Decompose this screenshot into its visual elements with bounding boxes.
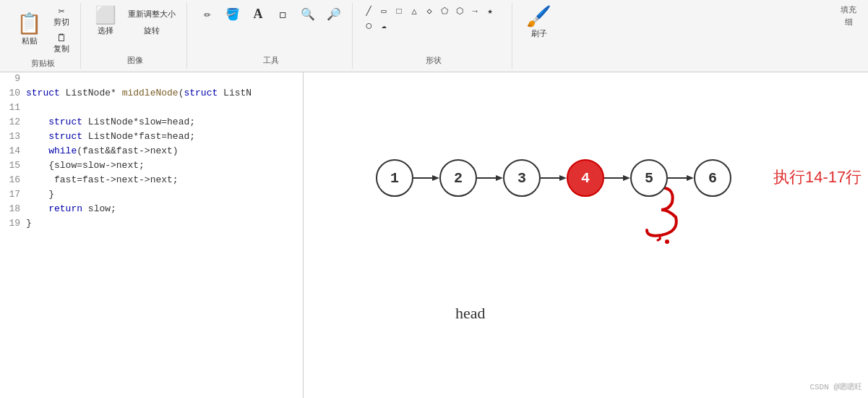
cut-button[interactable]: ✂ 剪切	[48, 4, 74, 30]
node-3: 3	[503, 159, 541, 197]
shape-tri[interactable]: △	[407, 4, 421, 18]
node-4: 4	[567, 159, 604, 197]
node-6: 6	[694, 159, 731, 197]
code-line-15: 15 {slow=slow->next;	[0, 159, 303, 174]
magnify-button[interactable]: 🔎	[322, 5, 346, 24]
shapes-label: 形状	[426, 55, 442, 67]
tools-label: 工具	[263, 55, 279, 67]
svg-point-0	[665, 240, 669, 244]
node-2: 2	[439, 159, 477, 197]
paste-button[interactable]: 📋 粘贴	[12, 12, 47, 50]
brush-group: 🖌️ 刷子	[515, 3, 562, 69]
watermark: CSDN @嗯嗯旺	[809, 381, 862, 392]
tools-group: ✏️ 🪣 A ◻ 🔍 🔎 工具	[190, 3, 353, 69]
shape-more[interactable]: ☁	[377, 19, 391, 33]
fill-button[interactable]: 🪣	[220, 5, 245, 24]
fill-label: 填充	[841, 4, 856, 15]
svg-marker-6	[496, 175, 503, 181]
arrow-3-4	[541, 173, 567, 183]
shape-rect[interactable]: ▭	[377, 4, 391, 18]
head-label: head	[455, 304, 486, 323]
code-line-16: 16 fast=fast->next->next;	[0, 174, 303, 188]
svg-marker-12	[687, 175, 694, 181]
shapes-group: ╱ ▭ □ △ ◇ ⬠ ⬡ → ★ ◯ ☁ 形状	[356, 3, 512, 69]
node-5: 5	[630, 159, 668, 197]
main-area: 9 10 struct ListNode* middleNode(struct …	[0, 72, 868, 398]
linked-list: 1 2 3 4 5 6	[376, 159, 731, 197]
outline-label: 细	[845, 17, 853, 27]
rotate-label: 旋转	[144, 25, 160, 36]
arrow-1-2	[413, 173, 439, 183]
cut-label: 剪切	[53, 17, 69, 27]
copy-button[interactable]: 🗒 复制	[48, 31, 74, 56]
arrow-5-6	[668, 173, 694, 183]
code-line-12: 12 struct ListNode*slow=head;	[0, 116, 303, 130]
shape-arrow[interactable]: →	[468, 5, 482, 18]
fill-color-group: 填充 细	[835, 3, 862, 69]
rotate-button[interactable]: 旋转	[123, 23, 181, 38]
shape-rect2[interactable]: □	[392, 5, 406, 18]
canvas-panel[interactable]: 执行14-17行 slow 1	[304, 72, 868, 398]
code-line-11: 11	[0, 101, 303, 116]
shape-oval[interactable]: ◯	[361, 19, 376, 33]
color-picker-button[interactable]: 🔍	[296, 5, 320, 24]
copy-label: 复制	[53, 43, 69, 54]
eraser-button[interactable]: ◻	[271, 5, 294, 24]
code-line-19: 19 }	[0, 217, 303, 232]
svg-marker-4	[432, 175, 439, 181]
paste-label: 粘贴	[22, 35, 38, 46]
brush-label: 刷子	[531, 28, 547, 39]
brush-button[interactable]: 🖌️ 刷子	[521, 4, 557, 43]
image-label: 图像	[127, 55, 143, 67]
diagram-title: 执行14-17行	[773, 166, 861, 188]
code-line-9: 9	[0, 72, 303, 87]
svg-marker-8	[559, 175, 567, 181]
arrow-4-5	[604, 173, 630, 183]
resize-label: 重新调整大小	[128, 9, 176, 20]
svg-marker-10	[623, 175, 630, 181]
resize-button[interactable]: 重新调整大小	[123, 7, 181, 22]
shape-hexa[interactable]: ⬡	[452, 4, 467, 18]
shape-penta[interactable]: ⬠	[437, 4, 452, 18]
toolbar: 📋 粘贴 ✂ 剪切 🗒 复制 剪贴板 ⬜ 选择	[0, 0, 868, 72]
select-label: 选择	[98, 25, 113, 36]
node-1: 1	[376, 159, 413, 197]
code-line-14: 14 while(fast&&fast->next)	[0, 145, 303, 159]
arrow-2-3	[477, 173, 503, 183]
shape-line[interactable]: ╱	[361, 4, 376, 18]
code-line-13: 13 struct ListNode*fast=head;	[0, 130, 303, 145]
code-line-10: 10 struct ListNode* middleNode(struct Li…	[0, 87, 303, 101]
select-button[interactable]: ⬜ 选择	[90, 4, 121, 40]
pencil-button[interactable]: ✏️	[196, 7, 219, 22]
shape-star[interactable]: ★	[483, 4, 497, 18]
image-group: ⬜ 选择 重新调整大小 旋转 图像	[84, 3, 187, 69]
code-line-18: 18 return slow;	[0, 203, 303, 217]
shape-diamond[interactable]: ◇	[422, 4, 437, 18]
clipboard-label: 剪贴板	[31, 58, 55, 70]
code-line-17: 17 }	[0, 188, 303, 203]
clipboard-group: 📋 粘贴 ✂ 剪切 🗒 复制 剪贴板	[6, 3, 81, 69]
text-button[interactable]: A	[246, 4, 270, 24]
code-panel: 9 10 struct ListNode* middleNode(struct …	[0, 72, 304, 398]
